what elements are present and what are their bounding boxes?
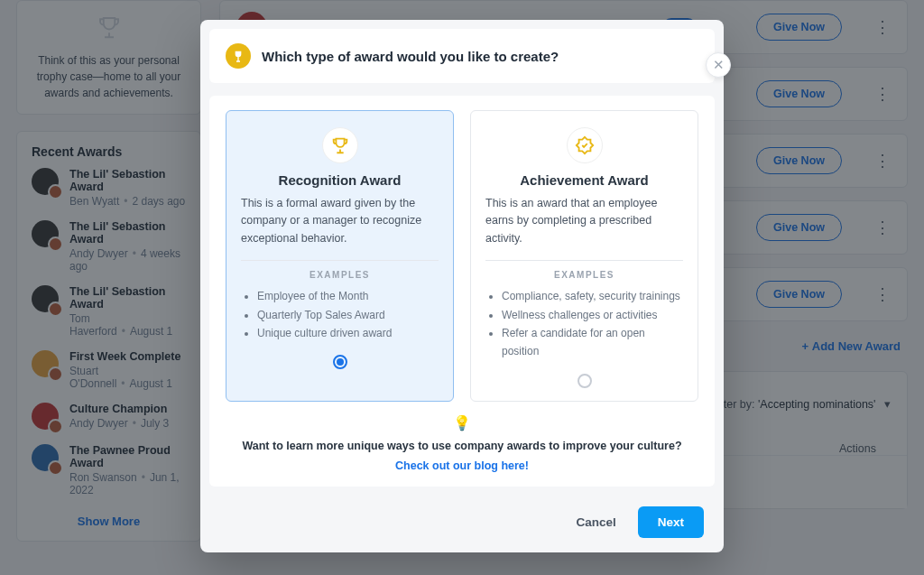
modal-body: Recognition Award This is a formal award… [209,96,715,487]
choice-achievement-award[interactable]: Achievement Award This is an award that … [470,110,698,402]
radio-unselected-icon[interactable] [578,374,592,388]
examples-list: Compliance, safety, security trainings W… [485,287,683,361]
next-button[interactable]: Next [638,506,704,538]
badge-check-icon [567,127,603,163]
examples-label: EXAMPLES [241,270,439,280]
examples-label: EXAMPLES [485,270,683,280]
modal-header: Which type of award would you like to cr… [209,29,715,83]
close-icon[interactable]: ✕ [706,52,731,78]
tip-text: Want to learn more unique ways to use co… [242,440,681,452]
trophy-icon [226,43,251,69]
radio-selected-icon[interactable] [333,355,347,369]
choice-title: Achievement Award [485,172,683,188]
choice-description: This is a formal award given by the comp… [241,195,439,247]
blog-link[interactable]: Check out our blog here! [226,459,698,472]
create-award-modal: ✕ Which type of award would you like to … [200,20,724,552]
examples-list: Employee of the Month Quarterly Top Sale… [241,287,439,342]
modal-title: Which type of award would you like to cr… [262,49,559,64]
choice-title: Recognition Award [241,172,439,188]
choice-description: This is an award that an employee earns … [485,195,683,247]
lightbulb-icon: 💡 [226,414,698,431]
tip-section: 💡 Want to learn more unique ways to use … [226,414,698,472]
choice-recognition-award[interactable]: Recognition Award This is a formal award… [226,110,454,402]
modal-footer: Cancel Next [209,499,715,543]
trophy-icon [322,127,358,163]
cancel-button[interactable]: Cancel [570,508,621,536]
